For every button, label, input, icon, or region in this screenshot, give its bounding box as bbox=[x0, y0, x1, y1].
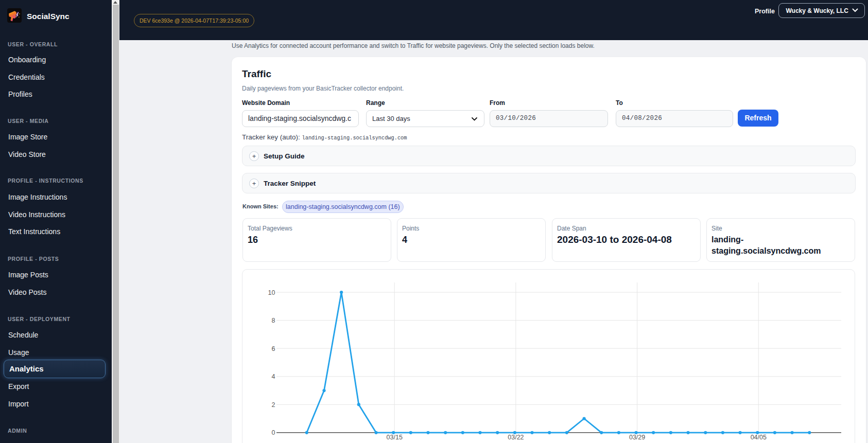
svg-text:04/05: 04/05 bbox=[751, 434, 767, 441]
svg-text:4: 4 bbox=[272, 373, 275, 380]
svg-text:03/15: 03/15 bbox=[387, 434, 403, 441]
svg-text:03/22: 03/22 bbox=[508, 434, 524, 441]
svg-text:0: 0 bbox=[272, 429, 275, 436]
svg-text:8: 8 bbox=[272, 317, 275, 324]
svg-text:03/29: 03/29 bbox=[629, 434, 645, 441]
svg-text:10: 10 bbox=[268, 289, 275, 296]
svg-text:2: 2 bbox=[272, 401, 275, 409]
svg-text:6: 6 bbox=[272, 345, 275, 352]
